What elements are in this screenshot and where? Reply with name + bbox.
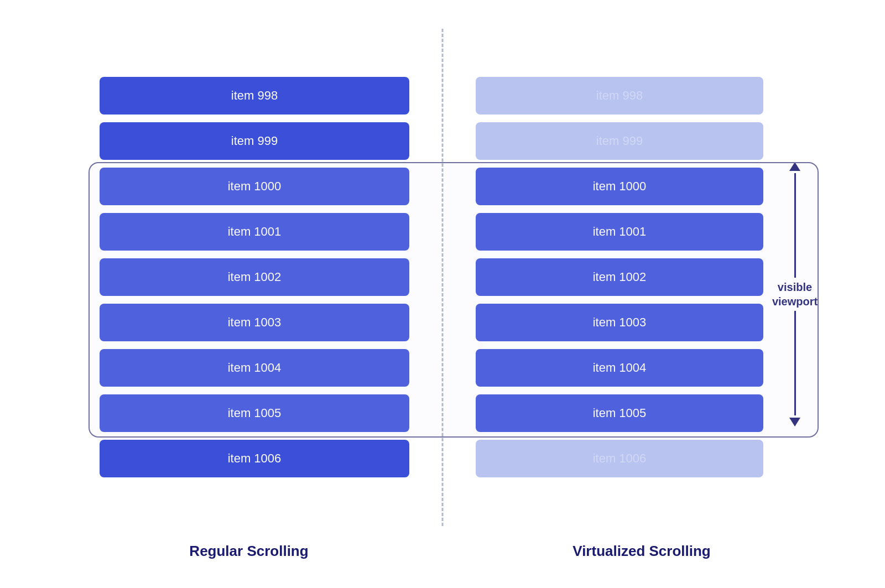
column-divider: [442, 29, 444, 526]
footer-labels: Regular Scrolling Virtualized Scrolling: [55, 543, 830, 560]
left-item-1006: item 1006: [100, 440, 409, 477]
left-item-1000: item 1000: [100, 168, 409, 205]
right-item-1003: item 1003: [476, 304, 763, 341]
right-item-1001: item 1001: [476, 213, 763, 251]
arrow-head-down-icon: [789, 418, 800, 426]
viewport-arrow: visibleviewport: [772, 162, 818, 438]
left-item-1001: item 1001: [100, 213, 409, 251]
right-column-label: Virtualized Scrolling: [442, 543, 830, 560]
right-item-1006: item 1006: [476, 440, 763, 477]
right-item-998: item 998: [476, 77, 763, 115]
right-item-1002: item 1002: [476, 258, 763, 296]
right-item-1004: item 1004: [476, 349, 763, 387]
viewport-label-area: visibleviewport: [770, 162, 820, 438]
left-item-1002: item 1002: [100, 258, 409, 296]
diagram-container: item 998item 999item 1000item 1001item 1…: [55, 29, 830, 560]
right-item-999: item 999: [476, 122, 763, 160]
left-item-1003: item 1003: [100, 304, 409, 341]
left-column-label: Regular Scrolling: [55, 543, 442, 560]
left-item-1005: item 1005: [100, 394, 409, 432]
left-column: item 998item 999item 1000item 1001item 1…: [55, 29, 442, 526]
right-item-1000: item 1000: [476, 168, 763, 205]
columns-area: item 998item 999item 1000item 1001item 1…: [55, 29, 830, 526]
left-item-1004: item 1004: [100, 349, 409, 387]
left-item-998: item 998: [100, 77, 409, 115]
arrow-head-up-icon: [789, 162, 800, 171]
left-item-999: item 999: [100, 122, 409, 160]
viewport-label: visibleviewport: [772, 280, 818, 309]
right-item-1005: item 1005: [476, 394, 763, 432]
